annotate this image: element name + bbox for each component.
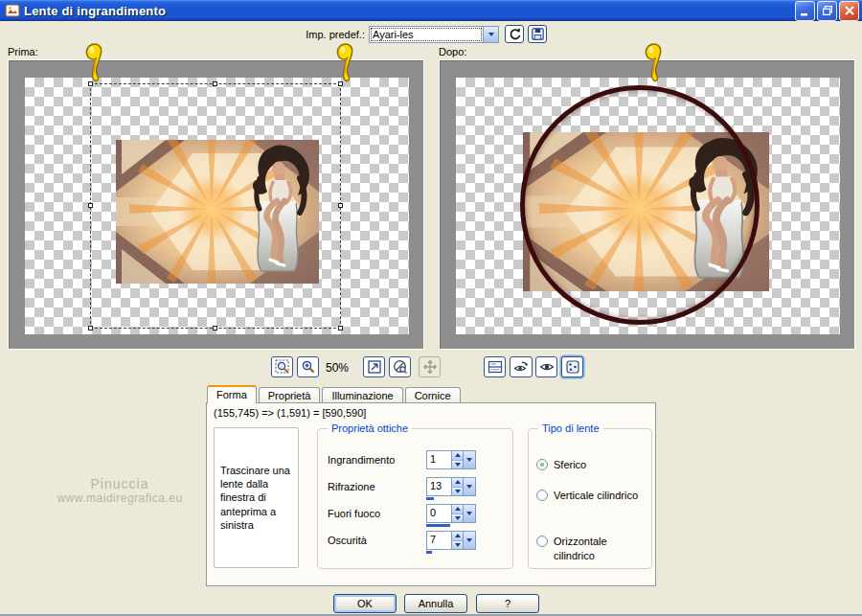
refraction-spinner[interactable]: 13 (426, 477, 476, 496)
slider-chevron-icon[interactable] (463, 505, 475, 522)
lens-drag-instruction: Trascinare una lente dalla finestra di a… (214, 427, 299, 568)
magnification-value[interactable]: 1 (427, 451, 451, 468)
selection-handle[interactable] (213, 81, 217, 86)
auto-proof-button[interactable] (510, 356, 533, 377)
lens-circle[interactable] (520, 85, 760, 325)
darkness-label: Oscurità (328, 535, 367, 546)
app-icon (5, 3, 20, 18)
after-canvas[interactable] (456, 78, 840, 334)
slider-indicator (426, 497, 434, 500)
slider-indicator (426, 524, 450, 527)
before-preview[interactable] (8, 59, 424, 350)
spin-down-icon[interactable] (452, 460, 463, 469)
preset-combobox[interactable]: Ayari-les (369, 26, 499, 43)
optics-group: Proprietà ottiche Ingrandimento 1 Rifraz… (317, 428, 513, 569)
selection-handle[interactable] (88, 203, 93, 208)
spin-up-icon[interactable] (452, 532, 463, 540)
save-disk-icon (531, 27, 545, 41)
eye-icon (539, 359, 555, 375)
save-preset-button[interactable] (528, 25, 547, 43)
radio-sferico-label: Sferico (554, 458, 586, 472)
radio-sferico[interactable]: Sferico (536, 458, 647, 472)
spin-down-icon[interactable] (452, 513, 463, 523)
zoom-in-button[interactable] (297, 356, 319, 377)
spin-down-icon[interactable] (452, 540, 463, 550)
spin-up-icon[interactable] (452, 505, 463, 513)
spinner-arrows[interactable] (451, 505, 463, 522)
ok-button[interactable]: OK (333, 594, 397, 613)
split-panes-icon (488, 359, 503, 375)
radio-button-icon[interactable] (536, 459, 548, 470)
close-button[interactable] (839, 1, 859, 21)
selection-rect[interactable] (90, 83, 341, 329)
radio-verticale-cilindrico[interactable]: Verticale cilindrico (536, 489, 647, 503)
darkness-spinner[interactable]: 7 (426, 531, 476, 550)
slider-chevron-icon[interactable] (463, 451, 475, 468)
randomize-button[interactable] (561, 356, 583, 377)
eye-refresh-icon (513, 359, 529, 375)
watermark-name: Pinuccia (34, 476, 206, 491)
watermark: Pinuccia www.maidiregrafica.eu (34, 476, 206, 505)
magnification-spinner[interactable]: 1 (426, 450, 476, 469)
darkness-value[interactable]: 7 (427, 532, 451, 549)
radio-orizzontale-cilindrico[interactable]: Orizzontale cilindrico (536, 535, 647, 563)
before-label: Prima: (8, 46, 38, 57)
yellow-hook-icon (83, 42, 104, 82)
magnifier-slash-icon (393, 359, 408, 375)
radio-orizzontale-label: Orizzontale cilindrico (554, 535, 647, 563)
coordinates-status: (155,745) => (1,591) = [590,590] (214, 407, 366, 419)
spinner-arrows[interactable] (451, 451, 463, 468)
refraction-value[interactable]: 13 (427, 478, 451, 495)
zoom-selection-button[interactable] (271, 356, 293, 377)
defocus-spinner[interactable]: 0 (426, 504, 476, 523)
help-button[interactable]: ? (476, 594, 539, 613)
selection-handle[interactable] (213, 326, 217, 331)
title-bar[interactable]: Lente di ingrandimento (0, 0, 862, 21)
selection-handle[interactable] (88, 326, 93, 331)
after-preview[interactable] (439, 59, 855, 350)
radio-button-icon[interactable] (536, 536, 548, 547)
toggle-panes-button[interactable] (484, 356, 506, 377)
restore-icon (821, 4, 834, 17)
zoom-level: 50% (326, 361, 356, 375)
resize-arrow-icon (367, 359, 382, 375)
reset-preset-button[interactable] (505, 25, 524, 43)
minimize-button[interactable] (795, 1, 815, 21)
refraction-label: Rifrazione (328, 481, 375, 492)
before-canvas[interactable] (25, 78, 409, 334)
restore-button[interactable] (817, 1, 837, 21)
pan-button[interactable] (419, 356, 441, 377)
tab-proprieta[interactable]: Proprietà (259, 387, 321, 403)
yellow-hook-icon (334, 42, 355, 82)
tab-forma[interactable]: Forma (207, 385, 257, 403)
defocus-value[interactable]: 0 (427, 505, 451, 522)
selection-handle[interactable] (338, 203, 343, 208)
optics-group-title: Proprietà ottiche (328, 422, 412, 434)
preset-label: Imp. predef.: (302, 29, 365, 40)
chevron-down-icon[interactable] (483, 27, 498, 42)
magnifier-plus-icon (301, 359, 316, 375)
cancel-button[interactable]: Annulla (404, 594, 467, 613)
magnify-lens-dialog: Lente di ingrandimento Imp. predef.: Aya… (0, 0, 862, 616)
yellow-hook-icon (643, 42, 664, 82)
spinner-arrows[interactable] (451, 478, 463, 495)
slider-chevron-icon[interactable] (463, 478, 475, 495)
magnification-label: Ingrandimento (328, 454, 395, 466)
reset-arrow-icon (508, 27, 522, 41)
tab-cornice[interactable]: Cornice (405, 387, 461, 403)
zoom-lock-button[interactable] (389, 356, 411, 377)
instruction-text: Trascinare una lente dalla finestra di a… (220, 464, 292, 532)
radio-button-icon[interactable] (536, 490, 548, 501)
selection-handle[interactable] (338, 326, 343, 331)
spin-up-icon[interactable] (452, 451, 463, 460)
spin-down-icon[interactable] (452, 487, 463, 496)
spin-up-icon[interactable] (452, 478, 463, 487)
tab-illuminazione[interactable]: Illuminazione (322, 387, 402, 403)
slider-chevron-icon[interactable] (463, 532, 475, 549)
window-title: Lente di ingrandimento (24, 4, 793, 18)
spinner-arrows[interactable] (451, 532, 463, 549)
fit-window-button[interactable] (363, 356, 385, 377)
defocus-label: Fuori fuoco (328, 508, 380, 519)
proof-button[interactable] (535, 356, 557, 377)
watermark-url: www.maidiregrafica.eu (34, 491, 206, 505)
